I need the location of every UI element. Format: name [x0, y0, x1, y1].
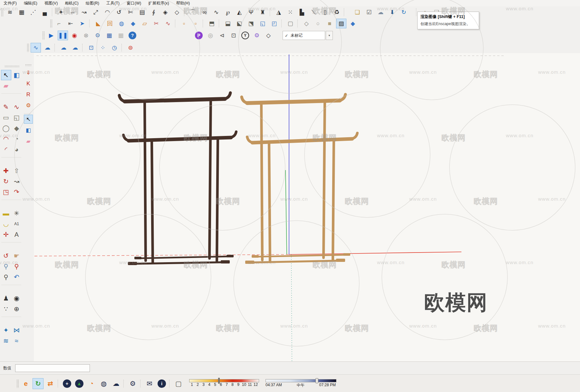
month-tick-11[interactable]: 11	[247, 382, 253, 387]
line-tool[interactable]: ✎	[1, 102, 11, 112]
month-tick-3[interactable]: 3	[201, 382, 206, 387]
dot-grid-icon[interactable]: ⁙	[285, 7, 295, 17]
month-tick-5[interactable]: 5	[212, 382, 218, 387]
cloud-upload-icon[interactable]: ☁	[111, 378, 121, 389]
menu-item-1[interactable]: 文件(F)	[0, 0, 20, 6]
month-tick-1[interactable]: 1	[189, 382, 195, 387]
cloud-edit-icon[interactable]: ☁	[42, 43, 53, 53]
video-camera-icon[interactable]: ⊲	[217, 31, 227, 40]
drape-icon[interactable]: ↝	[79, 7, 89, 17]
month-tick-4[interactable]: 4	[207, 382, 212, 387]
month-slider[interactable]: 123456789101112	[189, 378, 258, 389]
rope-icon[interactable]: ∿	[211, 7, 221, 17]
molding-icon[interactable]: ⌐	[54, 19, 64, 28]
record-button[interactable]: ◉	[69, 31, 80, 40]
offset-tool[interactable]: ◳	[1, 187, 11, 197]
tag-dropdown-arrow[interactable]: ▼	[326, 31, 333, 40]
tag-field[interactable]: ✓ 未标记	[283, 31, 325, 40]
menu-item-8[interactable]: 扩展程序(x)	[145, 0, 173, 6]
component-tool-2[interactable]: ◧	[24, 126, 33, 135]
box-download-icon[interactable]: ⬇	[387, 7, 397, 17]
time-slider[interactable]: 04:37 AM 中午 07:28 PM	[266, 378, 336, 389]
solid-trim-icon[interactable]: ◱	[257, 19, 268, 28]
broom-icon[interactable]: ⟍	[308, 7, 319, 17]
wire-cube-icon[interactable]: ▢	[285, 19, 295, 28]
molecule-icon[interactable]: ⁘	[98, 43, 108, 53]
three-point-arc-tool[interactable]: ◜	[1, 144, 11, 155]
swap-views-icon[interactable]: ⇄	[45, 378, 56, 389]
enscape-start-icon[interactable]: e	[20, 378, 31, 389]
material-fan-icon[interactable]: ◔	[86, 378, 97, 389]
bar-chart-icon[interactable]: ▄	[40, 7, 50, 17]
solid-union-icon[interactable]: ⬒	[207, 19, 217, 28]
diamond-pair-icon[interactable]: ◈	[160, 7, 170, 17]
section-fill-tool[interactable]: ⋈	[12, 325, 22, 335]
rotate-tool[interactable]: ↻	[1, 176, 11, 186]
model-dark-rack[interactable]	[119, 93, 236, 265]
walk-tool[interactable]: ∵	[1, 304, 11, 314]
open-folder-up-icon[interactable]: ❏	[352, 7, 362, 17]
two-point-arc-tool[interactable]: ◔	[12, 134, 22, 144]
wedge-blue-icon[interactable]: ◆	[128, 19, 138, 28]
dome-icon[interactable]: ⌒	[188, 7, 198, 17]
threed-text-tool[interactable]: A	[12, 229, 22, 240]
make-component-tool[interactable]: ◧	[12, 70, 22, 80]
toolbar-grip[interactable]	[50, 19, 52, 28]
live-sync-icon[interactable]: ↻	[33, 378, 44, 389]
k-plugin-icon[interactable]: K	[24, 79, 33, 88]
eraser-tool-2[interactable]: ▰	[24, 137, 33, 146]
layers-icon[interactable]: ▤	[137, 7, 147, 17]
scissors-icon[interactable]: ✂	[151, 19, 161, 28]
push-pull-tool[interactable]: ⇧	[12, 166, 22, 176]
previous-view-tool[interactable]: ↶	[12, 272, 22, 282]
protractor-tool[interactable]: ◡	[1, 219, 11, 229]
solid-split-icon[interactable]: ◰	[269, 19, 279, 28]
film-icon[interactable]: ▦	[104, 31, 114, 40]
month-tick-9[interactable]: 9	[236, 382, 241, 387]
white-cube-icon[interactable]: ▢	[173, 378, 184, 389]
polygon-tool[interactable]: ◆	[12, 123, 22, 133]
refresh-badge-icon[interactable]: ♻	[332, 7, 342, 17]
move-tool[interactable]: ✚	[1, 166, 11, 176]
stretch-icon[interactable]: ⇔	[67, 7, 78, 17]
month-tick-2[interactable]: 2	[195, 382, 200, 387]
circle-tool[interactable]: ◯	[1, 123, 11, 133]
zoom-window-tool[interactable]: ⚲	[12, 261, 22, 272]
freehand-tool[interactable]: ∿	[12, 102, 22, 112]
blue-tan-cube-icon[interactable]: ◆	[348, 19, 358, 28]
month-tick-7[interactable]: 7	[224, 382, 229, 387]
text-tool[interactable]: A1	[12, 219, 22, 229]
rotated-rectangle-tool[interactable]: ◱	[12, 112, 22, 123]
stop-button[interactable]: ⊗	[81, 31, 91, 40]
pause-button[interactable]: ❚❚	[58, 31, 68, 40]
cloud-download2-icon[interactable]: ☁	[70, 43, 80, 53]
select-tool[interactable]: ↖	[1, 70, 11, 80]
dimension-icon[interactable]: ⇤	[65, 19, 76, 28]
feedback-mail-icon[interactable]: ✉	[144, 378, 155, 389]
stairs-icon[interactable]: ⋰	[28, 7, 38, 17]
toolbar-grip[interactable]	[16, 379, 19, 388]
toolbar-grip[interactable]	[27, 43, 29, 52]
pipe-icon[interactable]: ◍	[116, 19, 127, 28]
curve-loop-icon[interactable]: ∮	[149, 7, 159, 17]
pan-tool[interactable]: ☛	[12, 251, 22, 261]
r-render-icon[interactable]: R	[24, 90, 33, 99]
toolbar-grip[interactable]	[1, 8, 3, 16]
gear-outline-purple-icon[interactable]: ⚙	[252, 31, 262, 40]
cut-icon[interactable]: ✄	[125, 7, 136, 17]
comb-icon[interactable]: Ψ	[246, 7, 256, 17]
frame-small-x-icon[interactable]: ▫	[190, 19, 201, 28]
settings-gear-icon[interactable]: ⚙	[92, 31, 103, 40]
play-button[interactable]: ▶	[46, 31, 56, 40]
month-slider-handle[interactable]	[218, 378, 220, 384]
model-light-rack[interactable]	[242, 94, 357, 264]
compass-tool[interactable]: ⊕	[12, 304, 22, 314]
help-icon[interactable]: ?	[129, 32, 136, 39]
position-camera-tool[interactable]: ♟	[1, 293, 11, 303]
wedge-pen-icon[interactable]: ◭	[234, 7, 245, 17]
clock-check-icon[interactable]: ◷	[109, 43, 120, 53]
ghost-cube-icon[interactable]: ◇	[301, 19, 312, 28]
follow-me-tool[interactable]: ↝	[12, 176, 22, 186]
velo-badge-icon[interactable]: ⊚	[125, 43, 136, 53]
gear-red-icon[interactable]: ⚙	[24, 101, 33, 110]
